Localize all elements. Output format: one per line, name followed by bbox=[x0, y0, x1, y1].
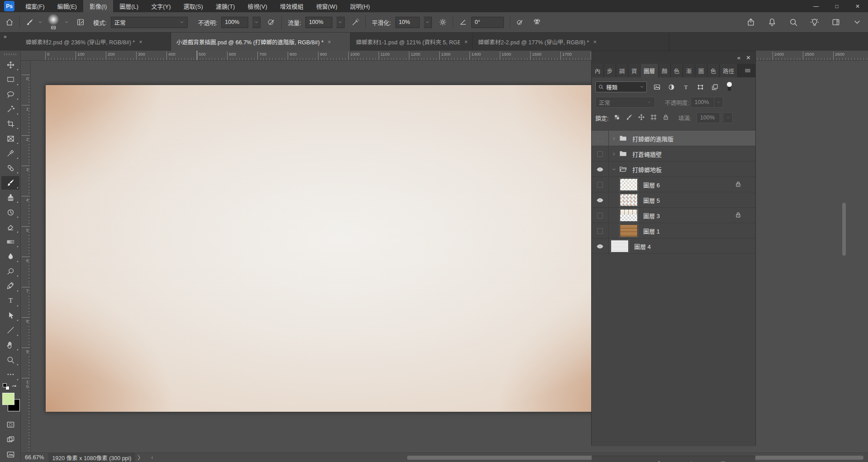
opacity-chevron[interactable] bbox=[252, 17, 261, 28]
menu-影像(I)[interactable]: 影像(I) bbox=[83, 0, 113, 12]
close-panel-icon[interactable]: ✕ bbox=[746, 54, 751, 61]
flow-chevron[interactable] bbox=[337, 17, 345, 28]
panel-tab-色[interactable]: 色 bbox=[707, 64, 720, 77]
scroll-left-arrow[interactable]: ‹ bbox=[152, 454, 153, 461]
quick-mask-icon[interactable] bbox=[1, 419, 19, 430]
filter-kind-select[interactable]: 種類 bbox=[595, 81, 647, 92]
type-filter-icon[interactable]: T bbox=[678, 83, 693, 91]
gear-icon[interactable] bbox=[439, 18, 447, 26]
line-tool[interactable] bbox=[1, 324, 19, 337]
more-tools[interactable] bbox=[1, 368, 19, 381]
panel-tab-顏[interactable]: 顏 bbox=[659, 64, 671, 77]
flow-input[interactable]: 100% bbox=[305, 17, 332, 28]
close-tab-icon[interactable]: × bbox=[593, 38, 597, 45]
menu-檢視(V)[interactable]: 檢視(V) bbox=[241, 0, 273, 12]
maximize-button[interactable]: □ bbox=[826, 0, 847, 12]
menu-視窗(W)[interactable]: 視窗(W) bbox=[310, 0, 344, 12]
hand-tool[interactable] bbox=[1, 338, 19, 352]
history-brush-tool[interactable] bbox=[1, 205, 19, 219]
layer-row[interactable]: 打蒼蠅牆壁 bbox=[592, 146, 755, 162]
workspace-switcher-icon[interactable] bbox=[831, 18, 840, 27]
panel-tab-調[interactable]: 調 bbox=[616, 64, 628, 77]
gradient-tool[interactable] bbox=[1, 235, 19, 248]
foreground-color-swatch[interactable] bbox=[2, 393, 14, 405]
visibility-toggle[interactable] bbox=[592, 131, 609, 146]
panel-tab-漸[interactable]: 漸 bbox=[683, 64, 695, 77]
status-expand-arrow[interactable]: 〉 bbox=[138, 454, 143, 462]
layer-thumbnail[interactable] bbox=[620, 178, 638, 191]
lock-all-icon[interactable] bbox=[662, 114, 669, 122]
search-icon[interactable] bbox=[789, 18, 798, 27]
layer-row[interactable]: 圖層 1 bbox=[592, 223, 755, 238]
layer-fill-input[interactable]: 100% bbox=[697, 112, 720, 123]
layer-opacity-input[interactable]: 100% bbox=[691, 97, 714, 108]
visibility-toggle[interactable] bbox=[592, 162, 609, 177]
layer-row[interactable]: 圖層 4 bbox=[592, 238, 755, 254]
visibility-toggle[interactable] bbox=[592, 192, 609, 208]
clone-stamp-tool[interactable] bbox=[1, 191, 19, 204]
panel-tab-內[interactable]: 內 bbox=[592, 64, 604, 77]
menu-編輯(E)[interactable]: 編輯(E) bbox=[51, 0, 83, 12]
photo-filter-icon[interactable] bbox=[650, 83, 664, 91]
tool-preset-icon[interactable] bbox=[26, 18, 34, 26]
opacity-input[interactable]: 100% bbox=[221, 17, 248, 28]
image-status-icon[interactable] bbox=[1, 448, 19, 460]
brush-angle-input[interactable]: 0° bbox=[471, 17, 504, 28]
layer-thumbnail[interactable] bbox=[620, 224, 638, 237]
symmetry-butterfly-icon[interactable] bbox=[533, 18, 541, 26]
default-colors-widget[interactable] bbox=[2, 382, 19, 391]
menu-說明(H)[interactable]: 說明(H) bbox=[344, 0, 376, 12]
pen-tool[interactable] bbox=[1, 279, 19, 293]
new-group-icon[interactable] bbox=[702, 461, 711, 462]
panel-tab-圖[interactable]: 圖 bbox=[695, 64, 707, 77]
layer-blend-mode-select[interactable]: 正常 bbox=[595, 97, 655, 108]
panel-tab-路徑[interactable]: 路徑 bbox=[720, 64, 738, 77]
menu-濾鏡(T)[interactable]: 濾鏡(T) bbox=[209, 0, 242, 12]
new-layer-icon[interactable] bbox=[718, 461, 727, 462]
lock-move-icon[interactable] bbox=[638, 114, 645, 122]
adjustment-filter-icon[interactable] bbox=[664, 83, 678, 91]
healing-brush-tool[interactable] bbox=[1, 161, 19, 175]
layer-row[interactable]: 打蟑螂的進階版 bbox=[592, 131, 755, 146]
lock-transparency-icon[interactable] bbox=[613, 114, 621, 122]
close-tab-icon[interactable]: × bbox=[139, 38, 142, 45]
chevron-right-icon[interactable] bbox=[612, 136, 617, 143]
frame-tool[interactable] bbox=[1, 132, 19, 145]
filter-toggle-switch[interactable] bbox=[726, 82, 732, 92]
document-canvas[interactable] bbox=[45, 85, 627, 412]
document-tab[interactable]: 小遊戲背景插圖.psd @ 66.7% (打蟑螂的進階版, RGB/8#) *× bbox=[171, 33, 351, 51]
eyedropper-tool[interactable] bbox=[1, 147, 19, 160]
close-button[interactable]: ✕ bbox=[847, 0, 868, 12]
swap-colors-icon[interactable] bbox=[10, 382, 18, 391]
document-tab[interactable]: 蟑螂素材1-1.psd @ 121% (資料夾 5, RGB/8) *× bbox=[351, 33, 473, 51]
dodge-tool[interactable] bbox=[1, 264, 19, 278]
layer-mask-icon[interactable] bbox=[671, 461, 680, 462]
chevron-down-icon[interactable] bbox=[853, 18, 862, 27]
toolbar-overflow-chevrons[interactable]: » bbox=[0, 33, 20, 51]
panel-tab-資[interactable]: 資 bbox=[628, 64, 640, 77]
discover-bulb-icon[interactable] bbox=[810, 18, 819, 27]
layer-opacity-chevron[interactable] bbox=[714, 97, 723, 108]
visibility-toggle[interactable] bbox=[592, 238, 609, 254]
zoom-level-field[interactable]: 66.67% bbox=[25, 454, 44, 461]
delete-layer-icon[interactable] bbox=[734, 461, 743, 462]
chevron-right-icon[interactable] bbox=[612, 151, 617, 158]
visibility-toggle[interactable] bbox=[592, 177, 609, 192]
screen-mode-icon[interactable] bbox=[1, 433, 19, 445]
crop-tool[interactable] bbox=[1, 117, 19, 130]
brush-preset-picker[interactable]: 69 bbox=[47, 13, 60, 31]
bell-icon[interactable] bbox=[768, 18, 777, 27]
lock-artboard-icon[interactable] bbox=[650, 114, 657, 122]
smoothing-input[interactable]: 10% bbox=[395, 17, 420, 28]
path-select-tool[interactable] bbox=[1, 309, 19, 322]
eraser-tool[interactable] bbox=[1, 220, 19, 234]
shape-filter-icon[interactable] bbox=[693, 83, 707, 91]
menu-文字(Y)[interactable]: 文字(Y) bbox=[145, 0, 177, 12]
pressure-opacity-icon[interactable] bbox=[267, 18, 275, 26]
share-icon[interactable] bbox=[746, 18, 755, 27]
panel-menu-icon[interactable] bbox=[740, 64, 755, 77]
vertical-scrollbar[interactable] bbox=[842, 203, 846, 256]
home-icon[interactable] bbox=[5, 18, 14, 26]
layer-row[interactable]: 打蟑螂地板 bbox=[592, 162, 755, 177]
visibility-toggle[interactable] bbox=[592, 146, 609, 162]
